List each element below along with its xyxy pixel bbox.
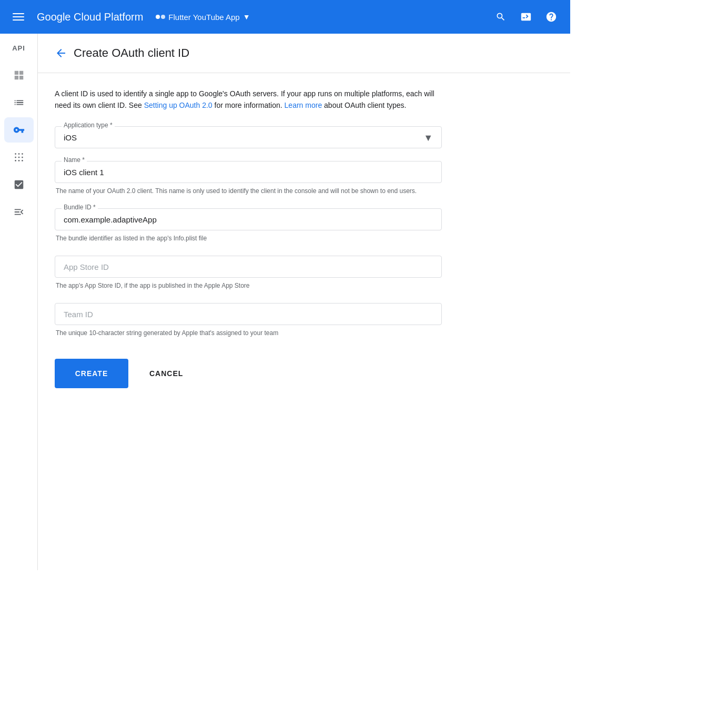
bundle-id-label: Bundle ID * xyxy=(62,204,98,211)
team-id-input[interactable] xyxy=(64,310,433,319)
bundle-id-input[interactable] xyxy=(64,215,433,224)
svg-point-5 xyxy=(22,157,23,158)
name-hint: The name of your OAuth 2.0 client. This … xyxy=(55,186,442,196)
sidebar: API xyxy=(0,34,38,570)
top-header: Google Cloud Platform Flutter YouTube Ap… xyxy=(0,0,570,34)
name-input[interactable] xyxy=(64,168,433,177)
bundle-id-wrapper: Bundle ID * xyxy=(55,208,442,230)
name-wrapper: Name * xyxy=(55,161,442,183)
chevron-down-icon: ▼ xyxy=(243,13,250,21)
application-type-field: Application type * Web application Andro… xyxy=(55,126,442,148)
create-button[interactable]: CREATE xyxy=(55,359,128,388)
bundle-id-hint: The bundle identifier as listed in the a… xyxy=(55,234,442,243)
cancel-button[interactable]: CANCEL xyxy=(137,359,196,388)
brand-name: Google Cloud Platform xyxy=(37,11,143,23)
team-id-field: The unique 10-character string generated… xyxy=(55,303,442,338)
sidebar-item-explorer[interactable] xyxy=(4,145,34,170)
svg-point-2 xyxy=(22,153,23,155)
help-button[interactable] xyxy=(541,6,562,27)
name-field: Name * The name of your OAuth 2.0 client… xyxy=(55,161,442,196)
app-store-id-wrapper xyxy=(55,256,442,278)
button-row: CREATE CANCEL xyxy=(55,359,442,409)
main-content: Create OAuth client ID A client ID is us… xyxy=(38,34,570,570)
team-id-wrapper xyxy=(55,303,442,325)
application-type-label: Application type * xyxy=(62,122,115,129)
project-selector[interactable]: Flutter YouTube App ▼ xyxy=(156,13,250,22)
application-type-select-wrapper: Web application Android iOS Desktop app … xyxy=(64,133,433,143)
back-button[interactable] xyxy=(55,47,67,59)
svg-point-8 xyxy=(22,160,23,161)
application-type-select[interactable]: Web application Android iOS Desktop app … xyxy=(64,133,433,142)
svg-point-1 xyxy=(18,153,19,155)
svg-point-6 xyxy=(15,160,16,161)
app-store-id-hint: The app's App Store ID, if the app is pu… xyxy=(55,281,442,290)
svg-point-0 xyxy=(15,153,16,155)
sidebar-item-overview[interactable] xyxy=(4,63,34,88)
learn-more-link[interactable]: Learn more xyxy=(285,101,322,109)
sidebar-item-credentials[interactable] xyxy=(4,117,34,143)
project-dots-icon xyxy=(156,15,165,19)
api-label: API xyxy=(12,40,25,60)
search-button[interactable] xyxy=(490,6,511,27)
sidebar-item-tasks[interactable] xyxy=(4,172,34,197)
sidebar-item-settings[interactable] xyxy=(4,199,34,225)
svg-point-4 xyxy=(18,157,19,158)
cloud-shell-button[interactable] xyxy=(515,6,537,27)
name-label: Name * xyxy=(62,156,87,164)
team-id-hint: The unique 10-character string generated… xyxy=(55,328,442,338)
project-name: Flutter YouTube App xyxy=(168,13,239,22)
application-type-wrapper: Application type * Web application Andro… xyxy=(55,126,442,148)
svg-point-7 xyxy=(18,160,19,161)
description-text: A client ID is used to identify a single… xyxy=(55,88,442,112)
page-title: Create OAuth client ID xyxy=(74,46,189,60)
sidebar-item-dashboard[interactable] xyxy=(4,90,34,115)
oauth-setup-link[interactable]: Setting up OAuth 2.0 xyxy=(144,101,213,109)
page-header: Create OAuth client ID xyxy=(38,34,570,73)
svg-point-3 xyxy=(15,157,16,158)
bundle-id-field: Bundle ID * The bundle identifier as lis… xyxy=(55,208,442,243)
app-store-id-field: The app's App Store ID, if the app is pu… xyxy=(55,256,442,290)
menu-button[interactable] xyxy=(8,9,28,25)
form-content: A client ID is used to identify a single… xyxy=(38,73,459,424)
app-store-id-input[interactable] xyxy=(64,262,433,271)
